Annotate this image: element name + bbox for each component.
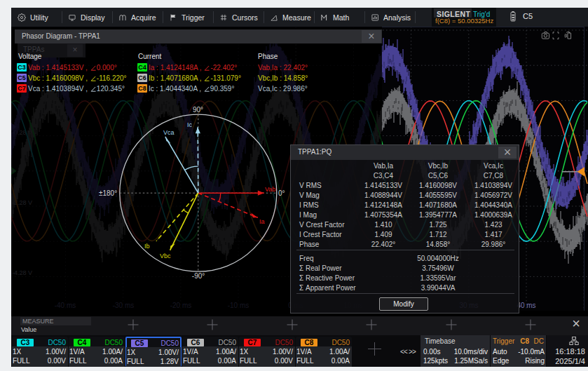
svg-text:Ib: Ib — [144, 243, 150, 250]
svg-text:0°: 0° — [278, 189, 285, 197]
svg-text:±180°: ±180° — [99, 189, 117, 197]
svg-text:Ic: Ic — [187, 121, 193, 128]
svg-text:Vbc: Vbc — [160, 252, 171, 259]
svg-text:-90°: -90° — [192, 272, 205, 280]
svg-text:Vab: Vab — [265, 186, 275, 193]
svg-text:Ia: Ia — [259, 218, 265, 225]
svg-text:Vca: Vca — [163, 129, 175, 136]
svg-text:90°: 90° — [193, 106, 203, 114]
